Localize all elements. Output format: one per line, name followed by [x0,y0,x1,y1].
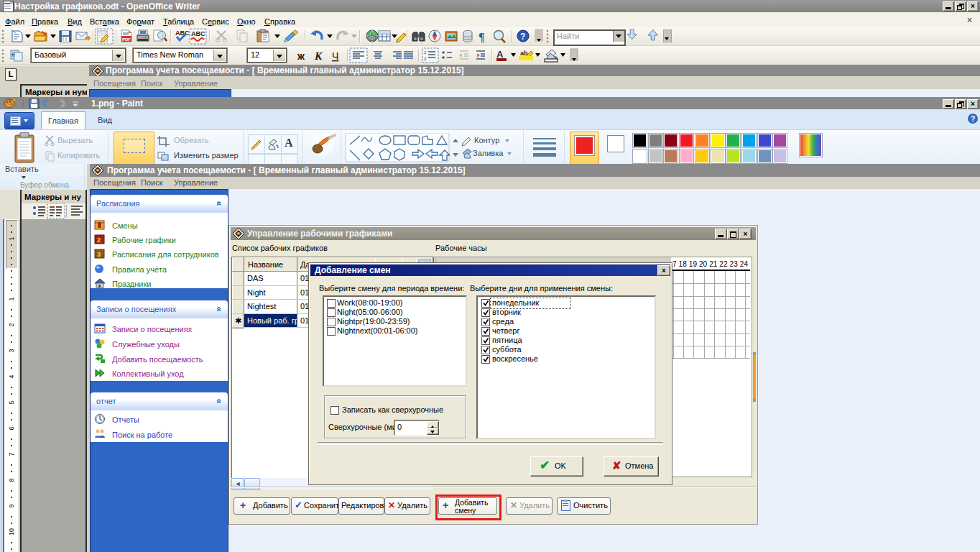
svg-text:К: К [314,50,323,62]
svg-text:2: 2 [97,236,101,244]
svg-text:¶: ¶ [479,31,485,43]
svg-text:ABC: ABC [191,30,205,37]
svg-text:?: ? [520,32,525,42]
svg-text:A: A [496,49,504,60]
svg-text:Ч: Ч [332,50,338,62]
svg-text:ABC: ABC [175,29,190,37]
svg-text:PDF: PDF [122,37,131,42]
svg-text:3: 3 [97,251,101,258]
svg-text:ж: ж [297,50,305,62]
